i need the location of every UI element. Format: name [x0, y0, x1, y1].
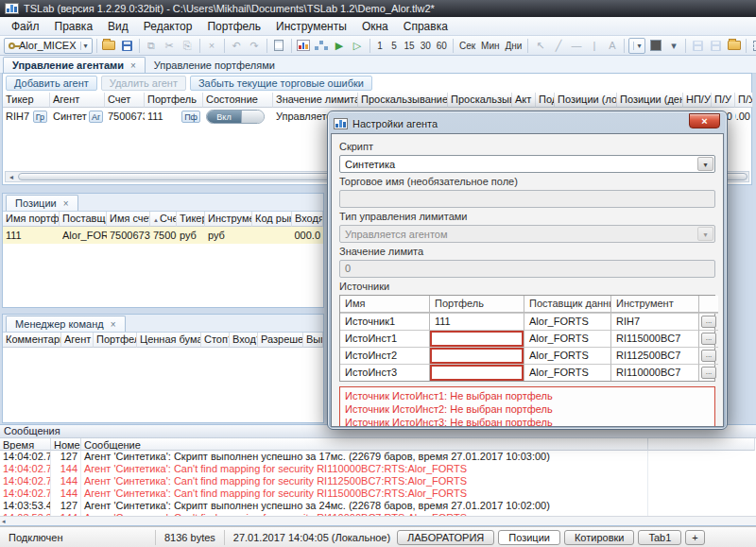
column-header[interactable]: П/У [735, 93, 753, 108]
column-header[interactable]: НП/У [683, 93, 712, 108]
column-header[interactable]: Тикер [177, 212, 205, 227]
close-icon[interactable]: × [130, 60, 136, 71]
close-icon[interactable]: × [63, 198, 69, 209]
add-workspace-tab-button[interactable]: + [685, 530, 704, 545]
line-tool-button[interactable]: ╱ [550, 38, 566, 54]
undo-button[interactable]: ↶ [229, 38, 245, 54]
limit-value-input[interactable]: 0 [339, 260, 715, 278]
text-tool-button[interactable]: A [604, 38, 620, 54]
menu-editor[interactable]: Редактор [136, 18, 200, 35]
chevron-down-icon[interactable]: ▾ [80, 42, 88, 50]
column-header[interactable]: Стоп? [201, 333, 230, 348]
column-header[interactable]: Имя счета [107, 212, 150, 227]
style-combobox[interactable]: ▾ [628, 38, 645, 54]
open-button[interactable] [101, 38, 117, 54]
save-button[interactable] [119, 38, 135, 54]
browse-instrument-button[interactable]: ... [701, 367, 716, 379]
menu-help[interactable]: Справка [396, 18, 455, 35]
column-header[interactable]: Агент [61, 333, 94, 348]
column-header[interactable]: Инструмент [205, 212, 252, 227]
column-header[interactable]: Ценная бумага [137, 333, 201, 348]
menu-portfolio[interactable]: Портфель [199, 18, 268, 35]
source-row[interactable]: ИстоИнст3 Alor_FORTS RI110000BC7 ... [340, 364, 714, 381]
run-button[interactable]: ▶ [332, 38, 348, 54]
source-portfolio-cell[interactable]: 111 [430, 313, 524, 330]
period-sec-button[interactable]: Сек [457, 39, 477, 53]
menu-file[interactable]: Файл [4, 18, 47, 35]
column-header[interactable]: Разрешено [258, 333, 303, 348]
forget-errors-button[interactable]: Забыть текущие торговые ошибки [190, 76, 372, 91]
select-region-button[interactable] [750, 38, 756, 54]
source-portfolio-cell[interactable] [430, 364, 524, 381]
menu-view[interactable]: Вид [100, 18, 136, 35]
column-header[interactable]: Проскальзывание % [358, 93, 448, 108]
account-combobox[interactable]: Alor_MICEX ▾ [4, 38, 93, 54]
menu-windows[interactable]: Окна [354, 18, 396, 35]
message-row[interactable]: 14:03:53.42 127 Агент 'Синтетика': Скрип… [0, 500, 756, 512]
menu-tools[interactable]: Инструменты [268, 18, 354, 35]
color-picker-button[interactable] [647, 38, 663, 54]
column-header[interactable]: Поставщик [60, 212, 107, 227]
source-row[interactable]: Источник1 111 Alor_FORTS RIH7 ... [340, 313, 714, 330]
messages-horizontal-scrollbar[interactable]: ◂ [0, 516, 756, 525]
column-header[interactable]: Позиции (лоты) [555, 93, 617, 108]
script-button[interactable] [271, 38, 287, 54]
tab-positions[interactable]: Позиции × [6, 195, 78, 211]
menu-edit[interactable]: Правка [47, 18, 101, 35]
color-dropdown-button[interactable]: ▾ [665, 38, 681, 54]
source-portfolio-cell[interactable] [430, 330, 524, 347]
cursor-tool-button[interactable]: ↖ [532, 38, 548, 54]
message-row[interactable]: 14:04:02.75 144 Агент 'Синтетика': Can't… [0, 487, 756, 500]
column-header[interactable]: Код рынка [252, 212, 292, 227]
agent-mini-button[interactable]: Аг [89, 111, 103, 123]
source-portfolio-cell[interactable] [430, 347, 524, 364]
column-header[interactable]: Счет [105, 93, 145, 108]
period-min-button[interactable]: Мин [479, 39, 501, 53]
save-layout-button[interactable] [690, 38, 706, 54]
redo-button[interactable]: ↷ [247, 38, 263, 54]
column-header[interactable]: Имя портфеля [3, 212, 60, 227]
workspace-tab-laboratory[interactable]: ЛАБОРАТОРИЯ [397, 530, 494, 545]
column-header[interactable]: Номер [51, 438, 81, 451]
cut-button[interactable]: ✂ [162, 38, 178, 54]
script-combobox[interactable]: Синтетика ▾ [339, 155, 715, 173]
position-row[interactable]: 111 Alor_FORTS 7500673 7500673 руб руб 1… [3, 227, 323, 244]
workspace-tab-positions[interactable]: Позиции [498, 530, 560, 545]
message-row[interactable]: 14:04:02.75 144 Агент 'Синтетика': Can't… [0, 475, 756, 487]
column-header[interactable]: Портфель [145, 93, 203, 108]
source-row[interactable]: ИстоИнст2 Alor_FORTS RI112500BC7 ... [340, 347, 714, 364]
browse-instrument-button[interactable]: ... [701, 333, 716, 345]
delete-button[interactable]: × [204, 38, 220, 54]
timeframe-1-button[interactable]: 1 [374, 39, 387, 53]
column-header[interactable]: Сообщение [81, 438, 648, 451]
chart-button[interactable] [296, 38, 312, 54]
chart-mini-button[interactable]: Гр [33, 111, 47, 123]
timeframe-30-button[interactable]: 30 [419, 39, 433, 53]
column-header[interactable]: Портфель [430, 296, 524, 313]
tab-command-manager[interactable]: Менеджер команд × [6, 316, 126, 332]
period-day-button[interactable]: Дни [504, 39, 524, 53]
column-header[interactable]: Агент [50, 93, 105, 108]
timeframe-15-button[interactable]: 15 [403, 39, 417, 53]
column-header[interactable]: Позиции (деньги) [617, 93, 683, 108]
column-header[interactable]: Под [536, 93, 555, 108]
hline-tool-button[interactable]: — [568, 38, 584, 54]
column-header[interactable]: Поставщик данных [524, 296, 611, 313]
close-icon[interactable]: × [111, 319, 116, 330]
tab-agents-management[interactable]: Управление агентами × [3, 57, 146, 73]
column-header[interactable]: Имя [340, 296, 430, 313]
tab-portfolio-management[interactable]: Управление портфелями [146, 58, 284, 73]
workspace-tab-tab1[interactable]: Tab1 [638, 530, 681, 545]
trade-name-input[interactable] [339, 190, 715, 208]
vline-tool-button[interactable]: | [586, 38, 602, 54]
column-header[interactable]: Инструмент [611, 296, 699, 313]
save-all-button[interactable] [708, 38, 724, 54]
portfolio-mini-button[interactable]: Пф [181, 111, 200, 123]
chevron-down-icon[interactable]: ▾ [697, 157, 713, 171]
column-header[interactable]: Тикер [3, 93, 50, 108]
column-header[interactable]: Портфель [94, 333, 137, 348]
add-agent-button[interactable]: Добавить агент [6, 76, 97, 91]
timeframe-60-button[interactable]: 60 [435, 39, 449, 53]
workspace-tab-quotes[interactable]: Котировки [564, 530, 635, 545]
dialog-title-bar[interactable]: Настройки агента [331, 114, 724, 133]
